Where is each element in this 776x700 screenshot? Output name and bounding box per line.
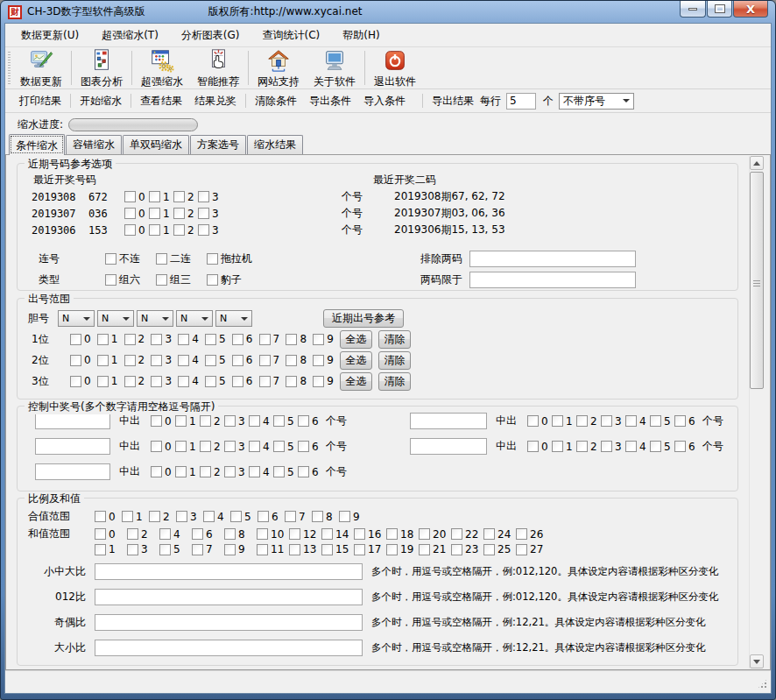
type-checkbox[interactable]: 组三	[156, 272, 207, 287]
checkbox-icon[interactable]	[124, 334, 136, 345]
hit-count-checkbox[interactable]: 0	[527, 441, 552, 453]
digit-checkbox[interactable]: 7	[259, 375, 286, 387]
digit-checkbox[interactable]: 3	[151, 333, 178, 345]
hit-count-checkbox[interactable]: 1	[175, 415, 200, 428]
digit-checkbox[interactable]: 1	[97, 375, 124, 387]
hit-count-checkbox[interactable]: 0	[151, 415, 175, 428]
recent-checkbox[interactable]: 3	[198, 208, 222, 220]
checkbox-icon[interactable]	[192, 544, 203, 555]
recent-checkbox[interactable]: 0	[124, 224, 149, 237]
checkbox-icon[interactable]	[249, 415, 260, 427]
two-limit-input[interactable]	[469, 272, 636, 288]
checkbox-icon[interactable]	[105, 274, 116, 286]
checkbox-icon[interactable]	[289, 544, 300, 555]
checkbox-icon[interactable]	[124, 355, 136, 366]
menu-item[interactable]: 帮助(H)	[335, 25, 386, 46]
checkbox-icon[interactable]	[625, 441, 637, 452]
hit-count-checkbox[interactable]: 2	[200, 415, 224, 428]
checkbox-icon[interactable]	[232, 376, 243, 387]
checkbox-icon[interactable]	[224, 544, 236, 555]
toolbar-chart-analysis-button[interactable]: 图表分析	[74, 47, 130, 88]
checkbox-icon[interactable]	[124, 224, 136, 236]
hit-count-checkbox[interactable]: 5	[273, 441, 298, 453]
checkbox-icon[interactable]	[527, 415, 539, 427]
checkbox-icon[interactable]	[321, 528, 333, 540]
digit-checkbox[interactable]: 8	[286, 333, 313, 345]
checkbox-icon[interactable]	[298, 415, 309, 427]
sum-value-checkbox[interactable]: 23	[451, 543, 483, 555]
digit-checkbox[interactable]: 2	[124, 375, 152, 387]
checkbox-icon[interactable]	[151, 334, 162, 345]
digit-checkbox[interactable]: 3	[151, 375, 178, 387]
checkbox-icon[interactable]	[122, 511, 133, 522]
checkbox-icon[interactable]	[198, 208, 209, 219]
checkbox-icon[interactable]	[205, 334, 216, 345]
checkbox-icon[interactable]	[527, 441, 539, 452]
checkbox-icon[interactable]	[650, 441, 661, 452]
checkbox-icon[interactable]	[173, 191, 185, 202]
recent-checkbox[interactable]: 3	[198, 224, 222, 237]
sum-value-checkbox[interactable]: 2	[127, 528, 159, 541]
checkbox-icon[interactable]	[224, 528, 236, 540]
scroll-up-button[interactable]	[750, 156, 764, 170]
checkbox-icon[interactable]	[151, 441, 162, 452]
type-checkbox[interactable]: 豹子	[207, 272, 257, 287]
select-all-button[interactable]: 全选	[340, 372, 372, 391]
combined-value-checkbox[interactable]: 7	[285, 511, 312, 523]
checkbox-icon[interactable]	[601, 415, 612, 427]
checkbox-icon[interactable]	[127, 528, 138, 540]
print-result-button[interactable]: 打印结果	[13, 94, 67, 109]
checkbox-icon[interactable]	[159, 544, 171, 555]
sum-value-checkbox[interactable]: 7	[192, 543, 224, 555]
toolbar-about-software-button[interactable]: 关于软件	[307, 47, 363, 88]
sum-value-checkbox[interactable]: 11	[257, 543, 289, 555]
checkbox-icon[interactable]	[70, 355, 81, 366]
checkbox-icon[interactable]	[95, 528, 106, 540]
checkbox-icon[interactable]	[674, 441, 686, 452]
checkbox-icon[interactable]	[285, 511, 296, 522]
checkbox-icon[interactable]	[354, 544, 365, 555]
toolbar-website-support-button[interactable]: 网站支持	[250, 47, 307, 88]
menu-item[interactable]: 超强缩水(T)	[95, 25, 166, 46]
menu-item[interactable]: 分析图表(G)	[174, 25, 247, 46]
recent-checkbox[interactable]: 3	[198, 191, 222, 203]
dan-select[interactable]: N	[137, 310, 173, 327]
digit-checkbox[interactable]: 6	[232, 354, 259, 366]
checkbox-icon[interactable]	[516, 528, 527, 540]
checkbox-icon[interactable]	[625, 415, 637, 427]
checkbox-icon[interactable]	[200, 441, 211, 452]
serial-select[interactable]: 不带序号	[559, 93, 634, 110]
hit-count-checkbox[interactable]: 0	[151, 441, 175, 453]
recent-checkbox[interactable]: 2	[173, 191, 198, 203]
digit-checkbox[interactable]: 4	[178, 375, 205, 387]
clear-button[interactable]: 清除	[378, 372, 411, 391]
hit-count-checkbox[interactable]: 1	[175, 441, 200, 453]
checkbox-icon[interactable]	[601, 441, 612, 452]
hit-count-checkbox[interactable]: 1	[175, 466, 200, 478]
recent-output-reference-button[interactable]: 近期出号参考	[323, 309, 404, 328]
checkbox-icon[interactable]	[273, 466, 285, 477]
hit-count-checkbox[interactable]: 5	[273, 415, 298, 428]
checkbox-icon[interactable]	[313, 334, 324, 345]
sum-value-checkbox[interactable]: 27	[516, 543, 548, 555]
checkbox-icon[interactable]	[124, 208, 136, 219]
checkbox-icon[interactable]	[286, 355, 297, 366]
hit-count-checkbox[interactable]: 6	[298, 415, 322, 428]
combined-value-checkbox[interactable]: 1	[122, 511, 149, 523]
checkbox-icon[interactable]	[273, 415, 285, 427]
clear-button[interactable]: 清除	[378, 330, 411, 349]
checkbox-icon[interactable]	[321, 544, 333, 555]
checkbox-icon[interactable]	[200, 466, 211, 477]
checkbox-icon[interactable]	[105, 253, 116, 265]
combined-value-checkbox[interactable]: 9	[339, 511, 366, 523]
checkbox-icon[interactable]	[178, 334, 189, 345]
checkbox-icon[interactable]	[386, 528, 398, 540]
sum-value-checkbox[interactable]: 25	[483, 543, 516, 555]
checkbox-icon[interactable]	[386, 544, 398, 555]
digit-checkbox[interactable]: 3	[151, 354, 178, 366]
checkbox-icon[interactable]	[97, 376, 109, 387]
hit-count-checkbox[interactable]: 3	[601, 441, 625, 453]
toolbar-smart-recommend-button[interactable]: 智能推荐	[190, 47, 246, 88]
checkbox-icon[interactable]	[650, 415, 661, 427]
zero-one-two-ratio-input[interactable]	[95, 589, 363, 605]
